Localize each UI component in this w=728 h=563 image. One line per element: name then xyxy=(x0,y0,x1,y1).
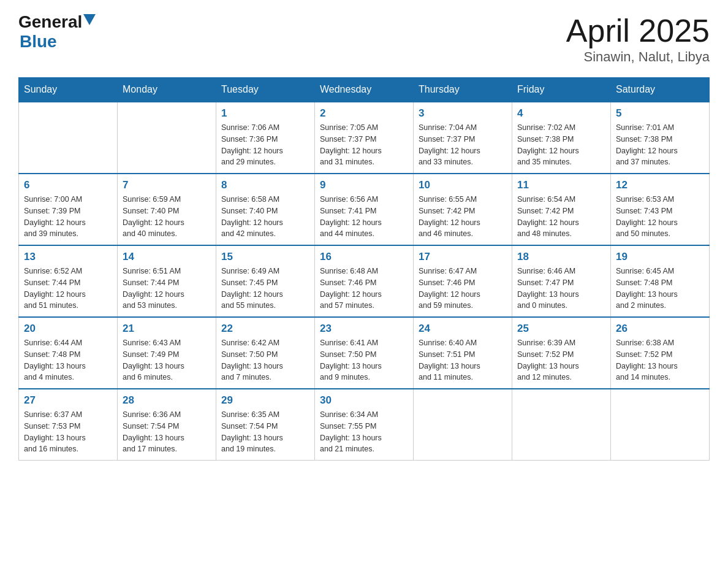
day-number: 19 xyxy=(616,251,704,263)
table-row xyxy=(414,389,512,461)
day-number: 15 xyxy=(221,251,309,263)
day-info: Sunrise: 7:06 AMSunset: 7:36 PMDaylight:… xyxy=(221,122,309,168)
table-row: 1Sunrise: 7:06 AMSunset: 7:36 PMDaylight… xyxy=(216,102,315,174)
table-row: 13Sunrise: 6:52 AMSunset: 7:44 PMDayligh… xyxy=(19,245,118,317)
table-row: 28Sunrise: 6:36 AMSunset: 7:54 PMDayligh… xyxy=(118,389,216,461)
page-header: General Blue April 2025 Sinawin, Nalut, … xyxy=(18,12,710,65)
day-number: 22 xyxy=(221,323,309,335)
day-number: 25 xyxy=(517,323,605,335)
day-number: 18 xyxy=(517,251,605,263)
day-number: 12 xyxy=(616,179,704,191)
day-number: 10 xyxy=(419,179,507,191)
table-row: 2Sunrise: 7:05 AMSunset: 7:37 PMDaylight… xyxy=(315,102,414,174)
day-number: 17 xyxy=(419,251,507,263)
table-row xyxy=(512,389,611,461)
day-number: 23 xyxy=(320,323,408,335)
day-number: 11 xyxy=(517,179,605,191)
table-row: 3Sunrise: 7:04 AMSunset: 7:37 PMDaylight… xyxy=(414,102,512,174)
table-row: 4Sunrise: 7:02 AMSunset: 7:38 PMDaylight… xyxy=(512,102,611,174)
table-row: 5Sunrise: 7:01 AMSunset: 7:38 PMDaylight… xyxy=(611,102,710,174)
day-number: 6 xyxy=(24,179,112,191)
col-monday: Monday xyxy=(118,78,216,102)
day-info: Sunrise: 6:38 AMSunset: 7:52 PMDaylight:… xyxy=(616,337,704,383)
day-number: 21 xyxy=(123,323,211,335)
day-number: 26 xyxy=(616,323,704,335)
logo-triangle-icon xyxy=(83,14,96,25)
day-number: 13 xyxy=(24,251,112,263)
calendar-week-row: 1Sunrise: 7:06 AMSunset: 7:36 PMDaylight… xyxy=(19,102,710,174)
day-number: 7 xyxy=(123,179,211,191)
table-row: 16Sunrise: 6:48 AMSunset: 7:46 PMDayligh… xyxy=(315,245,414,317)
table-row: 21Sunrise: 6:43 AMSunset: 7:49 PMDayligh… xyxy=(118,317,216,389)
table-row: 24Sunrise: 6:40 AMSunset: 7:51 PMDayligh… xyxy=(414,317,512,389)
day-info: Sunrise: 6:36 AMSunset: 7:54 PMDaylight:… xyxy=(123,409,211,455)
calendar-week-row: 20Sunrise: 6:44 AMSunset: 7:48 PMDayligh… xyxy=(19,317,710,389)
col-sunday: Sunday xyxy=(19,78,118,102)
calendar-week-row: 13Sunrise: 6:52 AMSunset: 7:44 PMDayligh… xyxy=(19,245,710,317)
col-saturday: Saturday xyxy=(611,78,710,102)
calendar-week-row: 27Sunrise: 6:37 AMSunset: 7:53 PMDayligh… xyxy=(19,389,710,461)
day-info: Sunrise: 6:56 AMSunset: 7:41 PMDaylight:… xyxy=(320,194,408,240)
day-number: 28 xyxy=(123,394,211,407)
table-row: 6Sunrise: 7:00 AMSunset: 7:39 PMDaylight… xyxy=(19,174,118,245)
calendar-title: April 2025 xyxy=(566,12,710,49)
col-wednesday: Wednesday xyxy=(315,78,414,102)
day-info: Sunrise: 7:00 AMSunset: 7:39 PMDaylight:… xyxy=(24,194,112,240)
day-number: 24 xyxy=(419,323,507,335)
day-info: Sunrise: 7:05 AMSunset: 7:37 PMDaylight:… xyxy=(320,122,408,168)
table-row: 7Sunrise: 6:59 AMSunset: 7:40 PMDaylight… xyxy=(118,174,216,245)
day-number: 9 xyxy=(320,179,408,191)
day-info: Sunrise: 6:52 AMSunset: 7:44 PMDaylight:… xyxy=(24,266,112,312)
table-row: 8Sunrise: 6:58 AMSunset: 7:40 PMDaylight… xyxy=(216,174,315,245)
day-info: Sunrise: 6:45 AMSunset: 7:48 PMDaylight:… xyxy=(616,266,704,312)
day-number: 16 xyxy=(320,251,408,263)
calendar-week-row: 6Sunrise: 7:00 AMSunset: 7:39 PMDaylight… xyxy=(19,174,710,245)
day-number: 8 xyxy=(221,179,309,191)
day-info: Sunrise: 6:54 AMSunset: 7:42 PMDaylight:… xyxy=(517,194,605,240)
day-info: Sunrise: 6:34 AMSunset: 7:55 PMDaylight:… xyxy=(320,409,408,455)
day-number: 30 xyxy=(320,394,408,407)
logo-general: General xyxy=(18,12,82,32)
table-row: 30Sunrise: 6:34 AMSunset: 7:55 PMDayligh… xyxy=(315,389,414,461)
day-info: Sunrise: 6:53 AMSunset: 7:43 PMDaylight:… xyxy=(616,194,704,240)
calendar-table: Sunday Monday Tuesday Wednesday Thursday… xyxy=(18,77,710,461)
day-info: Sunrise: 6:48 AMSunset: 7:46 PMDaylight:… xyxy=(320,266,408,312)
day-number: 4 xyxy=(517,107,605,120)
col-friday: Friday xyxy=(512,78,611,102)
day-info: Sunrise: 7:01 AMSunset: 7:38 PMDaylight:… xyxy=(616,122,704,168)
table-row: 20Sunrise: 6:44 AMSunset: 7:48 PMDayligh… xyxy=(19,317,118,389)
col-tuesday: Tuesday xyxy=(216,78,315,102)
day-info: Sunrise: 6:43 AMSunset: 7:49 PMDaylight:… xyxy=(123,337,211,383)
day-info: Sunrise: 6:59 AMSunset: 7:40 PMDaylight:… xyxy=(123,194,211,240)
table-row: 15Sunrise: 6:49 AMSunset: 7:45 PMDayligh… xyxy=(216,245,315,317)
day-number: 14 xyxy=(123,251,211,263)
calendar-location: Sinawin, Nalut, Libya xyxy=(566,49,710,65)
table-row: 26Sunrise: 6:38 AMSunset: 7:52 PMDayligh… xyxy=(611,317,710,389)
day-info: Sunrise: 7:02 AMSunset: 7:38 PMDaylight:… xyxy=(517,122,605,168)
day-info: Sunrise: 6:47 AMSunset: 7:46 PMDaylight:… xyxy=(419,266,507,312)
day-info: Sunrise: 6:39 AMSunset: 7:52 PMDaylight:… xyxy=(517,337,605,383)
table-row: 12Sunrise: 6:53 AMSunset: 7:43 PMDayligh… xyxy=(611,174,710,245)
day-number: 3 xyxy=(419,107,507,120)
table-row: 14Sunrise: 6:51 AMSunset: 7:44 PMDayligh… xyxy=(118,245,216,317)
logo: General Blue xyxy=(18,12,96,52)
logo-blue: Blue xyxy=(20,32,96,52)
table-row: 10Sunrise: 6:55 AMSunset: 7:42 PMDayligh… xyxy=(414,174,512,245)
table-row: 18Sunrise: 6:46 AMSunset: 7:47 PMDayligh… xyxy=(512,245,611,317)
table-row: 25Sunrise: 6:39 AMSunset: 7:52 PMDayligh… xyxy=(512,317,611,389)
table-row xyxy=(19,102,118,174)
day-info: Sunrise: 6:46 AMSunset: 7:47 PMDaylight:… xyxy=(517,266,605,312)
day-info: Sunrise: 6:55 AMSunset: 7:42 PMDaylight:… xyxy=(419,194,507,240)
table-row: 27Sunrise: 6:37 AMSunset: 7:53 PMDayligh… xyxy=(19,389,118,461)
day-number: 5 xyxy=(616,107,704,120)
table-row xyxy=(611,389,710,461)
calendar-header-row: Sunday Monday Tuesday Wednesday Thursday… xyxy=(19,78,710,102)
table-row xyxy=(118,102,216,174)
table-row: 23Sunrise: 6:41 AMSunset: 7:50 PMDayligh… xyxy=(315,317,414,389)
title-block: April 2025 Sinawin, Nalut, Libya xyxy=(566,12,710,65)
col-thursday: Thursday xyxy=(414,78,512,102)
day-number: 27 xyxy=(24,394,112,407)
day-number: 1 xyxy=(221,107,309,120)
table-row: 19Sunrise: 6:45 AMSunset: 7:48 PMDayligh… xyxy=(611,245,710,317)
day-number: 29 xyxy=(221,394,309,407)
